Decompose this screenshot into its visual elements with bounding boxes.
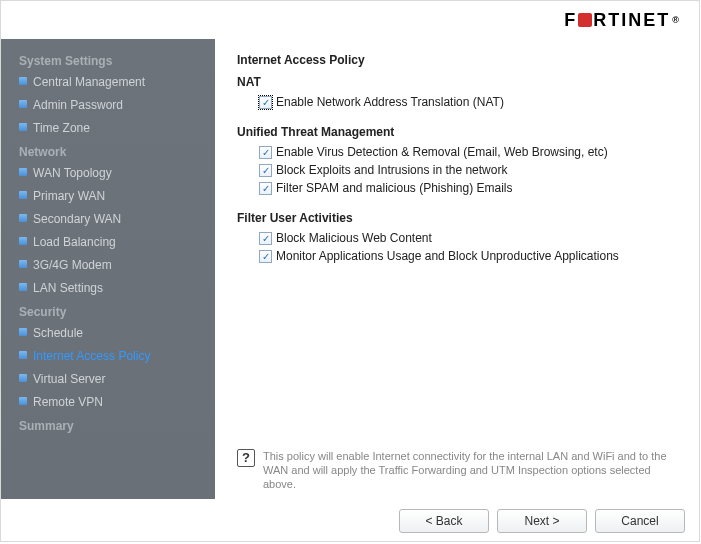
sidebar-item-load-balancing[interactable]: Load Balancing — [19, 231, 215, 254]
checkbox-block-malicious-web[interactable]: ✓ — [259, 232, 272, 245]
help-text: This policy will enable Internet connect… — [263, 449, 681, 491]
sidebar-item-time-zone[interactable]: Time Zone — [19, 117, 215, 140]
option-block-exploits: ✓ Block Exploits and Intrusions in the n… — [237, 161, 681, 179]
sidebar-item-virtual-server[interactable]: Virtual Server — [19, 368, 215, 391]
checkbox-block-exploits[interactable]: ✓ — [259, 164, 272, 177]
logo-prefix: F — [564, 10, 577, 31]
logo-accent-icon — [578, 13, 592, 27]
sidebar-item-schedule[interactable]: Schedule — [19, 322, 215, 345]
section-filter-heading: Filter User Activities — [237, 211, 681, 225]
section-nat-heading: NAT — [237, 75, 681, 89]
sidebar-item-lan-settings[interactable]: LAN Settings — [19, 277, 215, 300]
help-icon: ? — [237, 449, 255, 467]
checkbox-enable-nat[interactable]: ✓ — [259, 96, 272, 109]
back-button[interactable]: < Back — [399, 509, 489, 533]
cancel-button[interactable]: Cancel — [595, 509, 685, 533]
main-panel: Internet Access Policy NAT ✓ Enable Netw… — [215, 39, 699, 499]
next-button[interactable]: Next > — [497, 509, 587, 533]
checkbox-filter-spam[interactable]: ✓ — [259, 182, 272, 195]
option-label: Block Exploits and Intrusions in the net… — [276, 163, 507, 177]
option-virus-detection: ✓ Enable Virus Detection & Removal (Emai… — [237, 143, 681, 161]
sidebar-item-wan-topology[interactable]: WAN Topology — [19, 162, 215, 185]
option-filter-spam: ✓ Filter SPAM and malicious (Phishing) E… — [237, 179, 681, 197]
sidebar-group-system-settings: System Settings — [19, 49, 215, 71]
option-label: Enable Network Address Translation (NAT) — [276, 95, 504, 109]
option-label: Filter SPAM and malicious (Phishing) Ema… — [276, 181, 513, 195]
sidebar-item-internet-access-policy[interactable]: Internet Access Policy — [19, 345, 215, 368]
option-label: Block Malicious Web Content — [276, 231, 432, 245]
button-bar: < Back Next > Cancel — [399, 509, 685, 533]
sidebar-item-primary-wan[interactable]: Primary WAN — [19, 185, 215, 208]
help-note: ? This policy will enable Internet conne… — [237, 449, 681, 491]
sidebar-group-network: Network — [19, 140, 215, 162]
sidebar-item-secondary-wan[interactable]: Secondary WAN — [19, 208, 215, 231]
sidebar-group-summary: Summary — [19, 414, 215, 436]
option-block-malicious-web: ✓ Block Malicious Web Content — [237, 229, 681, 247]
page-title: Internet Access Policy — [237, 53, 681, 67]
logo-suffix: RTINET — [593, 10, 670, 31]
option-enable-nat: ✓ Enable Network Address Translation (NA… — [237, 93, 681, 111]
header: F RTINET ® — [1, 1, 699, 39]
option-label: Monitor Applications Usage and Block Unp… — [276, 249, 619, 263]
sidebar: System Settings Central Management Admin… — [1, 39, 215, 499]
logo-tm: ® — [672, 15, 681, 25]
sidebar-item-3g4g-modem[interactable]: 3G/4G Modem — [19, 254, 215, 277]
sidebar-item-admin-password[interactable]: Admin Password — [19, 94, 215, 117]
sidebar-item-remote-vpn[interactable]: Remote VPN — [19, 391, 215, 414]
sidebar-item-central-management[interactable]: Central Management — [19, 71, 215, 94]
option-monitor-apps: ✓ Monitor Applications Usage and Block U… — [237, 247, 681, 265]
checkbox-monitor-apps[interactable]: ✓ — [259, 250, 272, 263]
section-utm-heading: Unified Threat Management — [237, 125, 681, 139]
checkbox-virus-detection[interactable]: ✓ — [259, 146, 272, 159]
brand-logo: F RTINET ® — [564, 10, 681, 31]
option-label: Enable Virus Detection & Removal (Email,… — [276, 145, 608, 159]
sidebar-group-security: Security — [19, 300, 215, 322]
